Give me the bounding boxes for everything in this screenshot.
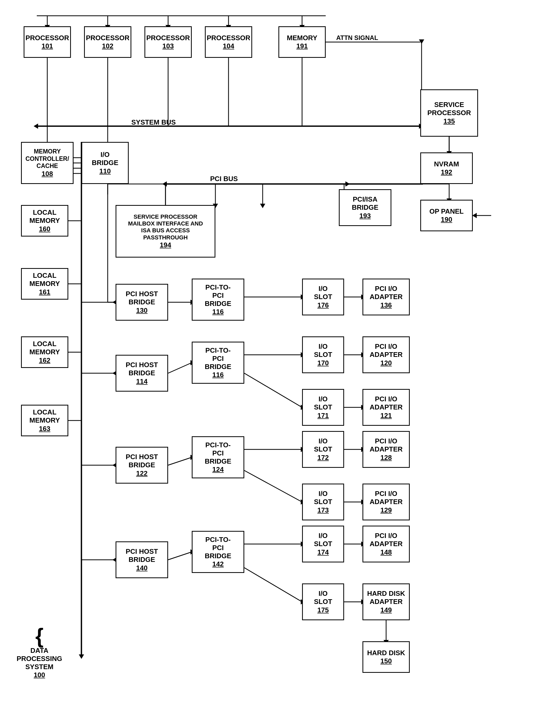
op-panel-ref: 190 [441, 216, 452, 224]
pci-host-bridge-140-label: PCI HOSTBRIDGE [126, 547, 158, 564]
io-slot-174-box: I/OSLOT 174 [302, 526, 344, 562]
mem-controller-label: MEMORYCONTROLLER/CACHE [25, 148, 69, 170]
hard-disk-adapter-149-ref: 149 [380, 606, 392, 614]
local-mem-163-ref: 163 [39, 425, 50, 433]
pci-host-bridge-122-box: PCI HOSTBRIDGE 122 [116, 447, 168, 484]
memory-191-label: MEMORY [287, 34, 317, 42]
svg-line-72 [168, 363, 192, 373]
pci-to-pci-124-label: PCI-TO-PCIBRIDGE [205, 441, 231, 466]
pci-adapter-121-box: PCI I/OADAPTER 121 [362, 389, 410, 426]
local-memory-162-box: LOCALMEMORY 162 [21, 336, 68, 368]
processor-104-label: PROCESSOR [207, 34, 250, 42]
io-slot-170-box: I/OSLOT 170 [302, 336, 344, 373]
memory-controller-108-box: MEMORYCONTROLLER/CACHE 108 [21, 142, 74, 184]
mem-controller-ref: 108 [42, 170, 53, 178]
svg-line-79 [244, 373, 302, 407]
pci-adapter-148-box: PCI I/OADAPTER 148 [362, 526, 410, 562]
pci-adapter-136-label: PCI I/OADAPTER [369, 285, 403, 301]
processor-104-ref: 104 [223, 42, 234, 50]
op-panel-label: OP PANEL [429, 207, 464, 216]
pci-adapter-148-label: PCI I/OADAPTER [369, 532, 403, 548]
sp-mailbox-ref: 194 [160, 241, 171, 249]
pci-adapter-129-label: PCI I/OADAPTER [369, 490, 403, 506]
processor-103-box: PROCESSOR 103 [145, 26, 192, 58]
pci-isa-bridge-193-box: PCI/ISABRIDGE 193 [339, 189, 391, 226]
service-processor-135-ref: 135 [443, 117, 455, 125]
hard-disk-150-ref: 150 [380, 657, 392, 665]
memory-191-box: MEMORY 191 [279, 26, 326, 58]
pci-to-pci-bridge-116b-box: PCI-TO-PCIBRIDGE 116 [192, 342, 244, 384]
local-mem-161-ref: 161 [39, 288, 50, 296]
local-mem-163-label: LOCALMEMORY [29, 408, 60, 424]
local-mem-161-label: LOCALMEMORY [29, 271, 60, 288]
attn-signal-label: ATTN SIGNAL [336, 34, 378, 42]
svg-line-98 [168, 552, 192, 560]
local-memory-160-box: LOCALMEMORY 160 [21, 205, 68, 237]
local-mem-162-label: LOCALMEMORY [29, 340, 60, 356]
svg-marker-42 [345, 181, 350, 187]
pci-host-bridge-122-label: PCI HOSTBRIDGE [126, 453, 158, 469]
io-slot-175-box: I/OSLOT 175 [302, 583, 344, 620]
pci-host-bridge-140-box: PCI HOSTBRIDGE 140 [116, 541, 168, 578]
pci-isa-bridge-ref: 193 [359, 212, 371, 220]
pci-host-bridge-122-ref: 122 [136, 469, 147, 478]
io-bridge-110-box: I/OBRIDGE 110 [81, 142, 129, 184]
io-slot-176-label: I/OSLOT [314, 285, 332, 301]
processor-102-box: PROCESSOR 102 [84, 26, 131, 58]
svg-marker-15 [34, 124, 38, 129]
diagram: PROCESSOR 101 PROCESSOR 102 PROCESSOR 10… [0, 0, 560, 728]
pci-to-pci-bridge-116a-box: PCI-TO-PCIBRIDGE 116 [192, 279, 244, 321]
io-slot-174-ref: 174 [317, 548, 328, 556]
io-slot-176-ref: 176 [317, 301, 328, 309]
pci-adapter-121-ref: 121 [380, 412, 392, 420]
pci-host-bridge-130-label: PCI HOSTBRIDGE [126, 290, 158, 306]
pci-adapter-128-ref: 128 [380, 454, 392, 462]
io-slot-171-ref: 171 [317, 412, 328, 420]
system-bus-label: SYSTEM BUS [131, 118, 176, 126]
processor-102-label: PROCESSOR [86, 34, 130, 42]
pci-to-pci-142-ref: 142 [212, 560, 224, 568]
pci-to-pci-124-ref: 124 [212, 465, 224, 474]
pci-adapter-148-ref: 148 [380, 548, 392, 556]
io-slot-170-label: I/OSLOT [314, 342, 332, 359]
io-slot-172-label: I/OSLOT [314, 437, 332, 453]
io-slot-173-box: I/OSLOT 173 [302, 484, 344, 520]
pci-adapter-136-box: PCI I/OADAPTER 136 [362, 279, 410, 315]
processor-101-ref: 101 [42, 42, 53, 50]
hard-disk-adapter-149-label: HARD DISKADAPTER [367, 589, 405, 606]
op-panel-190-box: OP PANEL 190 [420, 200, 473, 231]
io-slot-170-ref: 170 [317, 359, 328, 367]
io-bridge-label: I/OBRIDGE [92, 151, 118, 167]
nvram-192-box: NVRAM 192 [420, 152, 473, 184]
svg-line-85 [168, 457, 192, 465]
local-mem-160-ref: 160 [39, 225, 50, 233]
pci-host-bridge-114-box: PCI HOSTBRIDGE 114 [116, 355, 168, 392]
io-slot-172-ref: 172 [317, 454, 328, 462]
svg-marker-25 [162, 181, 167, 187]
hard-disk-adapter-149-box: HARD DISKADAPTER 149 [362, 583, 410, 620]
local-memory-163-box: LOCALMEMORY 163 [21, 405, 68, 436]
local-mem-162-ref: 162 [39, 356, 50, 365]
pci-host-bridge-140-ref: 140 [136, 564, 147, 572]
io-slot-171-box: I/OSLOT 171 [302, 389, 344, 426]
pci-adapter-128-box: PCI I/OADAPTER 128 [362, 431, 410, 468]
hard-disk-150-box: HARD DISK 150 [362, 641, 410, 673]
svg-marker-52 [79, 654, 84, 659]
io-slot-171-label: I/OSLOT [314, 395, 332, 411]
pci-host-bridge-114-ref: 114 [136, 377, 147, 386]
io-slot-175-label: I/OSLOT [314, 589, 332, 606]
io-slot-174-label: I/OSLOT [314, 532, 332, 548]
pci-isa-bridge-label: PCI/ISABRIDGE [352, 195, 378, 212]
processor-104-box: PROCESSOR 104 [205, 26, 252, 58]
pci-host-bridge-130-ref: 130 [136, 306, 147, 315]
io-slot-175-ref: 175 [317, 606, 328, 614]
io-slot-176-box: I/OSLOT 176 [302, 279, 344, 315]
service-processor-135-box: SERVICEPROCESSOR 135 [420, 89, 478, 137]
processor-101-box: PROCESSOR 101 [24, 26, 71, 58]
pci-adapter-120-label: PCI I/OADAPTER [369, 342, 403, 359]
processor-102-ref: 102 [102, 42, 113, 50]
pci-adapter-136-ref: 136 [380, 301, 392, 309]
pci-to-pci-116a-label: PCI-TO-PCIBRIDGE [205, 283, 231, 308]
local-memory-161-box: LOCALMEMORY 161 [21, 268, 68, 300]
pci-adapter-128-label: PCI I/OADAPTER [369, 437, 403, 453]
